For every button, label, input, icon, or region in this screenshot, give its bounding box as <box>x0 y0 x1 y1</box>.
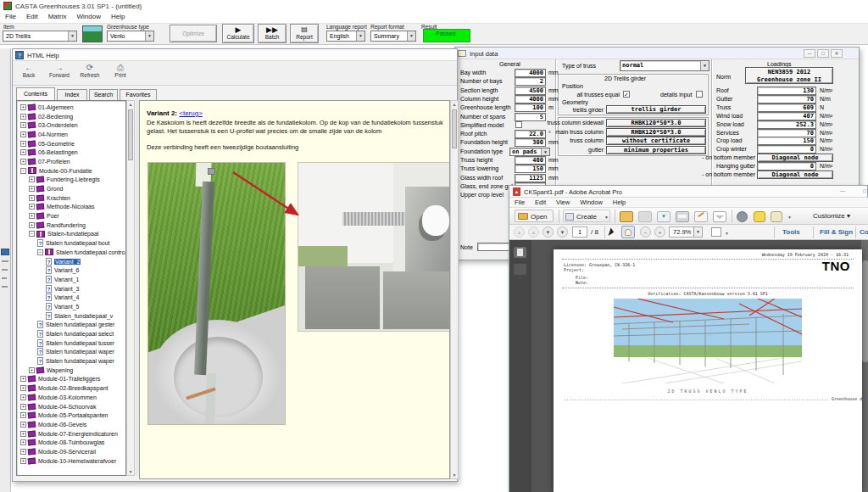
tree-item[interactable]: +Methode-Nicolaas <box>19 203 125 212</box>
previous-page-icon[interactable]: ▲ <box>528 226 539 238</box>
dropdown-arrow-icon[interactable]: ▼ <box>407 31 415 41</box>
tree-item[interactable]: +03-Onderdelen <box>19 120 125 130</box>
comment-tab[interactable]: Co <box>860 228 868 236</box>
truss-row-button[interactable]: without certificate <box>606 137 706 145</box>
loadings-input-field[interactable]: 70 <box>757 129 816 137</box>
tree-expand-toggle[interactable]: + <box>20 404 26 410</box>
tree-item[interactable]: +Module-09-Servicerail <box>19 447 125 456</box>
tree-item[interactable]: −Stalen-fundatiepaal <box>19 230 125 239</box>
input-field[interactable]: 4000 <box>515 95 546 103</box>
menu-item-help[interactable]: Help <box>608 198 631 207</box>
tree-expand-toggle[interactable]: + <box>20 376 26 382</box>
menu-item-file[interactable]: File <box>0 12 21 21</box>
loadings-input-field[interactable]: 252.3 <box>757 120 816 129</box>
tree-item[interactable]: +02-Bediening <box>19 112 125 121</box>
loadings-input-field[interactable]: 130 <box>757 87 816 95</box>
tree-item[interactable]: +Module-03-Kolommen <box>19 393 125 402</box>
tree-scroll-thumb[interactable] <box>128 109 133 160</box>
tree-item[interactable]: ?Stalen fundatiepaal bout <box>19 238 125 248</box>
tree-expand-toggle[interactable]: − <box>20 168 26 174</box>
edit-icon[interactable] <box>694 211 708 222</box>
tab-index[interactable]: Index <box>57 89 87 100</box>
select-tool-icon[interactable] <box>609 227 615 237</box>
norm-button[interactable]: NEN3859 2012 Greenhouse zone II <box>745 67 833 84</box>
tree-expand-toggle[interactable]: + <box>20 159 26 165</box>
input-field[interactable]: 100 <box>515 103 546 112</box>
document-scrollbar[interactable] <box>861 240 868 492</box>
tools-tab[interactable]: Tools <box>782 228 800 236</box>
greenhouse-thumbnail-icon[interactable] <box>82 25 103 42</box>
loadings-input-field[interactable]: 0 <box>757 162 816 171</box>
main-menubar[interactable]: FileEditMatrixWindowHelp <box>0 12 868 23</box>
hand-tool-icon[interactable] <box>621 226 635 238</box>
zoom-in-icon[interactable]: + <box>654 226 665 238</box>
bookmarks-icon[interactable] <box>514 264 526 275</box>
refresh-button[interactable]: ⟳Refresh <box>77 63 103 83</box>
tree-expand-toggle[interactable]: + <box>29 213 35 219</box>
item-dropdown[interactable]: 2D Trellis▼ <box>3 31 77 42</box>
tree-item[interactable]: +07-Profielen <box>19 157 125 166</box>
tree-item[interactable]: ?Stalen fundatiepaal waper <box>19 356 125 366</box>
create-button[interactable]: Create ▼ <box>563 210 610 222</box>
tree-item[interactable]: ?Stalen fundatiepaal gester <box>19 321 125 330</box>
menu-item-edit[interactable]: Edit <box>530 198 551 207</box>
tree-expand-toggle[interactable]: + <box>29 186 35 192</box>
tree-expand-toggle[interactable]: + <box>29 204 35 210</box>
tree-item[interactable]: +01-Algemeen <box>19 103 125 112</box>
report-format-dropdown[interactable]: Summary▼ <box>370 31 416 42</box>
loadings-input-field[interactable]: 407 <box>757 112 816 120</box>
cloud-upload-icon[interactable]: ▼ <box>657 211 670 222</box>
tree-expand-toggle[interactable]: + <box>29 195 35 201</box>
type-of-truss-dropdown[interactable]: normal ▼ <box>620 60 709 71</box>
tree-expand-toggle[interactable]: − <box>37 249 43 255</box>
menu-item-view[interactable]: View <box>551 198 575 207</box>
tree-expand-toggle[interactable]: + <box>29 222 35 228</box>
tree-item[interactable]: ?Stalen fundatiepaal tusser <box>19 338 125 348</box>
page-number-input[interactable]: 1 <box>572 226 587 238</box>
tree-item[interactable]: −Stalen fundatiepaal contro <box>19 248 125 257</box>
tree-item[interactable]: +Module-02-Breedkapspant <box>19 383 125 393</box>
back-button[interactable]: ←Back <box>16 63 42 83</box>
content-scrollbar[interactable]: ▲ ▼ <box>450 100 459 479</box>
tree-expand-toggle[interactable]: + <box>29 176 35 182</box>
menu-item-edit[interactable]: Edit <box>21 12 43 21</box>
foundation-type-dropdown[interactable]: on pads▼ <box>509 148 550 156</box>
all-trusses-equal-checkbox[interactable]: ✓ <box>623 91 630 98</box>
maximize-button[interactable]: □ <box>859 187 868 196</box>
menu-item-matrix[interactable]: Matrix <box>43 12 72 21</box>
tree-item[interactable]: +Grond <box>19 184 125 193</box>
scroll-up-icon[interactable]: ▲ <box>127 102 134 107</box>
tab-favorites[interactable]: Favorites <box>120 89 157 100</box>
page-display-mode-icon[interactable] <box>711 227 721 237</box>
input-data-titlebar[interactable]: Input data ─ □ ✕ <box>455 48 859 59</box>
minimize-button[interactable]: — <box>837 187 849 196</box>
forward-button[interactable]: →Forward <box>47 63 72 83</box>
loadings-input-field[interactable]: 0 <box>757 145 816 154</box>
tree-expand-toggle[interactable]: + <box>20 122 26 128</box>
details-input-checkbox[interactable] <box>696 91 703 98</box>
tree-expand-toggle[interactable]: + <box>29 367 35 373</box>
loadings-row-button[interactable]: Diagonal node <box>757 154 833 162</box>
customize-button[interactable]: Customize ▾ <box>813 212 850 220</box>
input-field[interactable]: 400 <box>515 156 546 165</box>
scroll-up-icon[interactable]: ▲ <box>451 102 458 107</box>
scroll-down-icon[interactable]: ▼ <box>127 469 134 474</box>
input-field[interactable]: 4500 <box>515 87 546 95</box>
tree-item[interactable]: +Module-10-Hemelwaterafvoer <box>19 456 125 466</box>
loadings-input-field[interactable]: 609 <box>757 103 816 112</box>
tree-expand-toggle[interactable]: + <box>20 114 26 120</box>
input-field[interactable]: 150 <box>515 165 546 173</box>
tree-expand-toggle[interactable]: + <box>20 412 26 418</box>
simplified-model-checkbox[interactable] <box>515 121 522 128</box>
maximize-button[interactable]: □ <box>817 49 829 58</box>
tree-item[interactable]: +05-Geometrie <box>19 139 125 148</box>
tree-item[interactable]: +Module-06-Gevels <box>19 420 125 429</box>
next-page-icon[interactable]: ▼ <box>542 226 554 238</box>
review-icon[interactable] <box>771 211 782 222</box>
tree-expand-toggle[interactable]: + <box>20 431 26 437</box>
calculate-button[interactable]: ▶ Calculate <box>222 24 254 43</box>
terug-link[interactable]: <terug> <box>179 109 203 117</box>
tree-expand-toggle[interactable]: + <box>20 149 26 155</box>
tree-item[interactable]: +Module-08-Tuinbouwglas <box>19 438 125 447</box>
tree-expand-toggle[interactable]: + <box>20 141 26 147</box>
